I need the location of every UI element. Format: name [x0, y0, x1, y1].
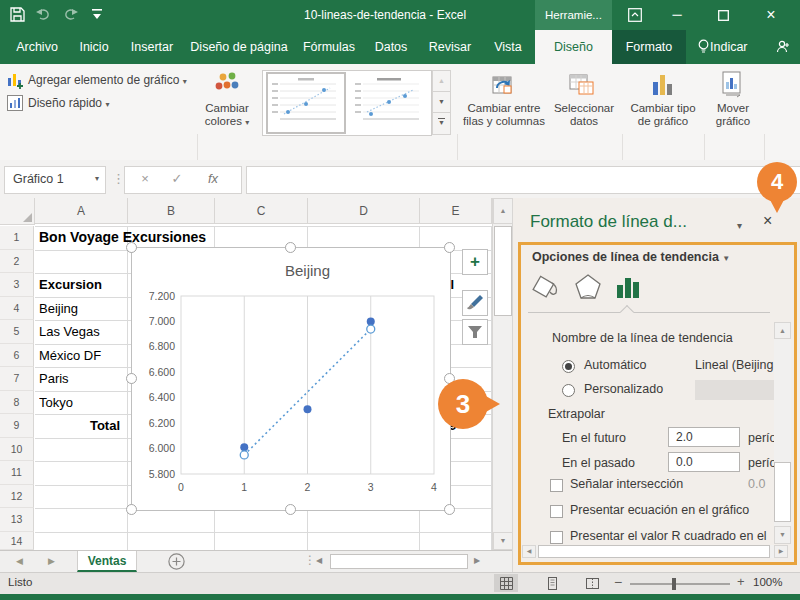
zoom-in-icon[interactable]: +: [737, 574, 745, 589]
custom-radio[interactable]: [562, 384, 575, 397]
chart-resize-handle[interactable]: [444, 504, 455, 515]
tab-vista[interactable]: Vista: [482, 30, 534, 64]
scroll-down-icon[interactable]: ▼: [493, 532, 513, 550]
name-box[interactable]: Gráfico 1 ▾: [4, 166, 106, 194]
row-header-1[interactable]: 1: [0, 226, 34, 250]
zoom-slider-thumb[interactable]: [672, 578, 676, 590]
redo-icon[interactable]: [62, 8, 78, 21]
share-person-icon[interactable]: [775, 39, 791, 55]
add-chart-element-button[interactable]: Agregar elemento de gráfico ▾: [28, 69, 187, 91]
insert-function-icon[interactable]: fx: [201, 167, 225, 191]
cell-A7[interactable]: Paris: [39, 367, 124, 391]
column-header-C[interactable]: C: [215, 198, 308, 224]
pane-close-icon[interactable]: ×: [763, 212, 772, 230]
tab-revisar[interactable]: Revisar: [418, 30, 482, 64]
gallery-scroll-down[interactable]: ▼: [432, 91, 451, 114]
tab-formato[interactable]: Formato: [612, 30, 686, 64]
effects-tab-icon[interactable]: [572, 271, 604, 303]
row-header-2[interactable]: 2: [0, 250, 34, 274]
pane-scroll-right-icon[interactable]: ▶: [774, 545, 788, 558]
chart-resize-handle[interactable]: [285, 504, 296, 515]
maximize-button[interactable]: [706, 0, 740, 30]
column-header-A[interactable]: A: [35, 198, 128, 224]
normal-view-button[interactable]: [494, 574, 518, 592]
cell-A3[interactable]: Excursion: [39, 273, 124, 297]
undo-icon[interactable]: [36, 8, 52, 21]
row-header-4[interactable]: 4: [0, 297, 34, 321]
tell-me-box[interactable]: Indicar: [710, 30, 766, 64]
equation-checkbox[interactable]: [550, 505, 563, 518]
pane-scroll-up-icon[interactable]: ▲: [774, 322, 791, 339]
tab-diseno-pagina[interactable]: Diseño de página: [184, 30, 294, 64]
move-chart-button[interactable]: Mover gráfico: [706, 102, 760, 128]
row-header-10[interactable]: 10: [0, 438, 34, 462]
gallery-scroll-up[interactable]: ▲: [432, 70, 451, 93]
sheet-prev-icon[interactable]: ◀: [16, 556, 23, 566]
pane-hscrollbar[interactable]: ◀ ▶: [522, 545, 788, 558]
ribbon-display-options-icon[interactable]: [618, 0, 652, 30]
cell-A8[interactable]: Tokyo: [39, 391, 124, 415]
auto-radio-label[interactable]: Automático: [584, 358, 647, 372]
row-header-8[interactable]: 8: [0, 391, 34, 415]
chart[interactable]: Beijing5.8006.0006.2006.4006.6006.8007.0…: [131, 247, 451, 511]
column-header-E[interactable]: E: [420, 198, 492, 224]
change-colors-button[interactable]: Cambiar colores ▾: [196, 102, 258, 129]
r-squared-label[interactable]: Presentar el valor R cuadrado en el: [570, 529, 775, 543]
auto-radio[interactable]: [562, 360, 575, 373]
sheet-next-icon[interactable]: ▶: [48, 556, 55, 566]
fill-line-tab-icon[interactable]: [530, 271, 562, 303]
pane-vscrollbar[interactable]: ▲ ▼: [774, 322, 791, 544]
tab-diseno-active[interactable]: Diseño: [535, 30, 612, 64]
chart-styles-button[interactable]: [462, 290, 488, 316]
equation-label[interactable]: Presentar ecuación en el gráfico: [570, 503, 749, 517]
page-layout-view-button[interactable]: [540, 574, 564, 592]
scroll-up-icon[interactable]: ▲: [493, 198, 513, 224]
chart-elements-button[interactable]: +: [462, 249, 488, 275]
select-all-corner[interactable]: [0, 198, 35, 225]
row-header-11[interactable]: 11: [0, 461, 34, 485]
column-header-B[interactable]: B: [128, 198, 215, 224]
pane-scroll-down-icon[interactable]: ▼: [774, 526, 791, 544]
row-header-7[interactable]: 7: [0, 367, 34, 391]
custom-radio-label[interactable]: Personalizado: [584, 382, 663, 396]
column-header-D[interactable]: D: [308, 198, 420, 224]
chart-resize-handle[interactable]: [126, 373, 137, 384]
close-button[interactable]: ×: [754, 0, 788, 30]
tab-splitter[interactable]: ⋮: [304, 553, 316, 567]
switch-row-column-button[interactable]: Cambiar entre filas y columnas: [462, 102, 546, 128]
new-sheet-icon[interactable]: [168, 553, 185, 570]
chart-resize-handle[interactable]: [444, 242, 455, 253]
chart-resize-handle[interactable]: [285, 242, 296, 253]
tab-datos[interactable]: Datos: [364, 30, 418, 64]
tab-inicio[interactable]: Inicio: [68, 30, 120, 64]
zoom-slider-track[interactable]: [630, 583, 730, 585]
vscroll-thumb[interactable]: [494, 226, 512, 316]
trendline-options-section[interactable]: Opciones de línea de tendencia ▼: [532, 250, 730, 264]
chart-style-thumbnail-2[interactable]: [351, 74, 427, 132]
row-header-6[interactable]: 6: [0, 344, 34, 368]
hscroll-right-icon[interactable]: ▶: [474, 556, 480, 565]
row-header-9[interactable]: 9: [0, 414, 34, 438]
pane-scroll-left-icon[interactable]: ◀: [522, 545, 536, 558]
quick-layout-button[interactable]: Diseño rápido ▾: [28, 92, 109, 114]
chart-style-thumbnail-1[interactable]: [268, 74, 344, 132]
minimize-button[interactable]: ─: [660, 0, 694, 30]
custom-name-field[interactable]: [695, 380, 777, 400]
formula-input[interactable]: [246, 166, 800, 194]
cell-A5[interactable]: Las Vegas: [39, 320, 124, 344]
chart-resize-handle[interactable]: [126, 242, 137, 253]
row-header-3[interactable]: 3: [0, 273, 34, 297]
change-chart-type-button[interactable]: Cambiar tipo de gráfico: [624, 102, 702, 128]
worksheet-vscrollbar[interactable]: ▲ ▼: [492, 198, 513, 550]
page-break-view-button[interactable]: [580, 574, 604, 592]
backward-input[interactable]: [668, 452, 740, 472]
zoom-level[interactable]: 100%: [753, 576, 782, 588]
intercept-checkbox[interactable]: [550, 479, 563, 492]
cell-A6[interactable]: México DF: [39, 344, 124, 368]
forward-input[interactable]: [668, 427, 740, 447]
save-icon[interactable]: [10, 7, 25, 22]
tab-archivo[interactable]: Archivo: [6, 30, 68, 64]
customize-qat-icon[interactable]: [92, 9, 102, 21]
hscroll-left-icon[interactable]: ◀: [316, 556, 322, 565]
row-header-13[interactable]: 13: [0, 508, 34, 532]
